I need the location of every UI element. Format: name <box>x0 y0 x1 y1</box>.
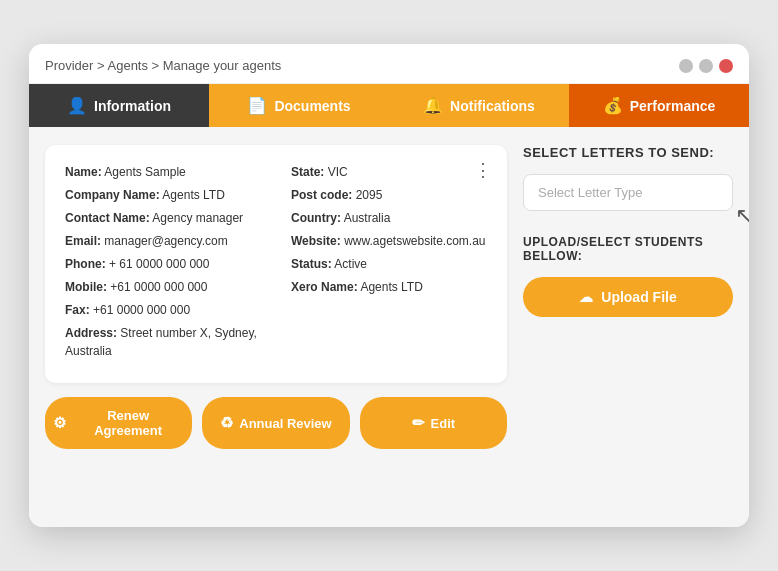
agent-website-row: Website: www.agetswebsite.com.au <box>291 232 487 250</box>
tab-notifications-label: Notifications <box>450 98 535 114</box>
annual-review-button[interactable]: ♻ Annual Review <box>202 397 349 449</box>
titlebar: Provider > Agents > Manage your agents <box>29 44 749 84</box>
info-col-left: Name: Agents Sample Company Name: Agents… <box>65 163 261 365</box>
cursor-icon: ↖ <box>735 203 749 229</box>
select-letter-placeholder: Select Letter Type <box>538 185 643 200</box>
agent-contact-row: Contact Name: Agency manager <box>65 209 261 227</box>
upload-icon: ☁ <box>579 289 593 305</box>
agent-state-row: State: VIC <box>291 163 487 181</box>
tab-performance[interactable]: 💰 Performance <box>569 84 749 127</box>
tab-information[interactable]: 👤 Information <box>29 84 209 127</box>
close-button[interactable] <box>719 59 733 73</box>
agent-mobile-row: Mobile: +61 0000 000 000 <box>65 278 261 296</box>
tab-documents-label: Documents <box>274 98 350 114</box>
main-window: Provider > Agents > Manage your agents 👤… <box>29 44 749 527</box>
agent-xero-row: Xero Name: Agents LTD <box>291 278 487 296</box>
tab-information-label: Information <box>94 98 171 114</box>
edit-button[interactable]: ✏ Edit <box>360 397 507 449</box>
renew-agreement-button[interactable]: ⚙ Renew Agreement <box>45 397 192 449</box>
agent-company-row: Company Name: Agents LTD <box>65 186 261 204</box>
info-col-right: State: VIC Post code: 2095 Country: Aust… <box>291 163 487 365</box>
select-letters-title: SELECT LETTERS TO SEND: <box>523 145 733 160</box>
agent-phone-row: Phone: + 61 0000 000 000 <box>65 255 261 273</box>
renew-icon: ⚙ <box>53 414 66 432</box>
tab-bar: 👤 Information 📄 Documents 🔔 Notification… <box>29 84 749 127</box>
agent-fax-row: Fax: +61 0000 000 000 <box>65 301 261 319</box>
maximize-button[interactable] <box>699 59 713 73</box>
edit-icon: ✏ <box>412 414 425 432</box>
select-letter-dropdown[interactable]: Select Letter Type <box>523 174 733 211</box>
performance-icon: 💰 <box>603 96 623 115</box>
review-icon: ♻ <box>220 414 233 432</box>
agent-email-row: Email: manager@agency.com <box>65 232 261 250</box>
tab-documents[interactable]: 📄 Documents <box>209 84 389 127</box>
right-panel: SELECT LETTERS TO SEND: Select Letter Ty… <box>523 145 733 511</box>
agent-info-card: ⋮ Name: Agents Sample Company Name: Agen… <box>45 145 507 383</box>
left-panel: ⋮ Name: Agents Sample Company Name: Agen… <box>45 145 507 511</box>
information-icon: 👤 <box>67 96 87 115</box>
agent-status-row: Status: Active <box>291 255 487 273</box>
upload-file-button[interactable]: ☁ Upload File <box>523 277 733 317</box>
tab-performance-label: Performance <box>630 98 716 114</box>
action-buttons: ⚙ Renew Agreement ♻ Annual Review ✏ Edit <box>45 397 507 449</box>
select-letter-wrapper: Select Letter Type ↖ <box>523 174 733 211</box>
notifications-icon: 🔔 <box>423 96 443 115</box>
more-options-button[interactable]: ⋮ <box>474 159 493 181</box>
tab-notifications[interactable]: 🔔 Notifications <box>389 84 569 127</box>
window-controls <box>679 59 733 73</box>
agent-country-row: Country: Australia <box>291 209 487 227</box>
breadcrumb: Provider > Agents > Manage your agents <box>45 58 281 73</box>
agent-name-row: Name: Agents Sample <box>65 163 261 181</box>
upload-section-title: UPLOAD/SELECT STUDENTS BELLOW: <box>523 235 733 263</box>
agent-postcode-row: Post code: 2095 <box>291 186 487 204</box>
agent-address-row: Address: Street number X, Sydney, Austra… <box>65 324 261 360</box>
minimize-button[interactable] <box>679 59 693 73</box>
info-grid: Name: Agents Sample Company Name: Agents… <box>65 163 487 365</box>
main-content: ⋮ Name: Agents Sample Company Name: Agen… <box>29 127 749 527</box>
documents-icon: 📄 <box>247 96 267 115</box>
